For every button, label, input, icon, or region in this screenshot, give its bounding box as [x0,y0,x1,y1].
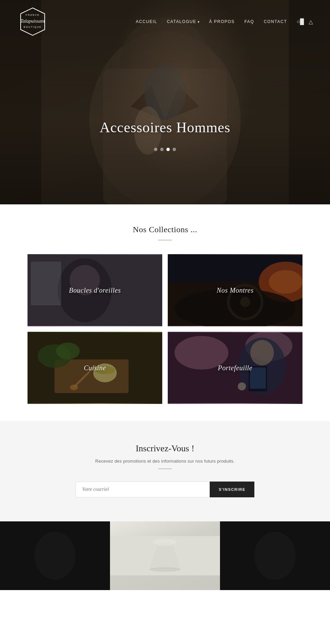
svg-text:FRANCE: FRANCE [26,14,40,16]
svg-text:Talapuissant: Talapuissant [20,19,45,24]
logo-container[interactable]: FRANCE Talapuissant BOUTIQUE [17,6,48,37]
product-left-illustration [0,521,110,590]
nav-catalogue[interactable]: CATALOGUE [167,19,196,24]
collection-item-boucles[interactable]: Boucles d'oreilles [28,254,162,326]
collections-title: Nos Collections ... [28,225,302,234]
collection-overlay-cuisine: Cuisine [28,332,162,404]
hero-title: Accessoires Hommes [0,119,330,136]
newsletter-form: S'INSCRIRE [76,482,254,497]
collection-label-boucles: Boucles d'oreilles [69,286,121,294]
product-center-illustration [110,521,220,590]
collections-grid: Boucles d'oreilles [28,254,302,404]
collection-overlay-montres: Nos Montres [168,254,302,326]
collection-item-cuisine[interactable]: Cuisine [28,332,162,404]
cart-icon[interactable]: △ [309,19,313,25]
svg-rect-51 [160,542,170,546]
nav-accueil[interactable]: ACCUEIL [136,19,157,24]
user-icon[interactable]: ○█ [297,19,304,25]
collection-label-montres: Nos Montres [217,286,254,294]
newsletter-divider [158,468,172,469]
collections-section: Nos Collections ... Boucles d'oreilles [0,204,330,421]
product-strip-center[interactable] [110,521,220,590]
collection-overlay-portefeuille: Portefeuille [168,332,302,404]
product-strip-left[interactable] [0,521,110,590]
logo-icon: FRANCE Talapuissant BOUTIQUE [17,6,48,37]
collection-item-montres[interactable]: Nos Montres [168,254,302,326]
nav-catalogue-wrap[interactable]: CATALOGUE ▾ [167,19,199,24]
svg-point-48 [34,532,76,580]
svg-text:BOUTIQUE: BOUTIQUE [24,26,42,29]
nav-faq[interactable]: FAQ [244,19,254,24]
newsletter-section: Inscrivez-Vous ! Recevez des promotions … [0,421,330,521]
collection-label-portefeuille: Portefeuille [218,364,252,372]
collection-label-cuisine: Cuisine [84,364,106,372]
email-input[interactable] [76,482,210,497]
newsletter-subtitle: Recevez des promotions et des informatio… [28,459,302,464]
dot-1[interactable] [154,148,157,151]
collection-overlay-boucles: Boucles d'oreilles [28,254,162,326]
dot-3[interactable] [166,148,170,151]
product-strip-right[interactable] [220,521,330,590]
dot-4[interactable] [173,148,176,151]
product-right-illustration [220,521,330,590]
svg-point-54 [254,532,296,580]
site-header: FRANCE Talapuissant BOUTIQUE ACCUEIL CAT… [0,0,330,43]
newsletter-title: Inscrivez-Vous ! [28,443,302,454]
carousel-dots [0,148,330,151]
dot-2[interactable] [160,148,164,151]
main-nav: ACCUEIL CATALOGUE ▾ À PROPOS FAQ CONTACT… [136,19,313,25]
product-strip-section [0,521,330,590]
nav-apropos[interactable]: À PROPOS [209,19,235,24]
nav-contact[interactable]: CONTACT [264,19,287,24]
collections-divider [158,240,172,240]
collection-item-portefeuille[interactable]: Portefeuille [168,332,302,404]
nav-icons-group: ○█ △ [297,19,313,25]
chevron-down-icon: ▾ [198,20,199,24]
subscribe-button[interactable]: S'INSCRIRE [210,482,254,497]
svg-point-52 [149,567,180,572]
